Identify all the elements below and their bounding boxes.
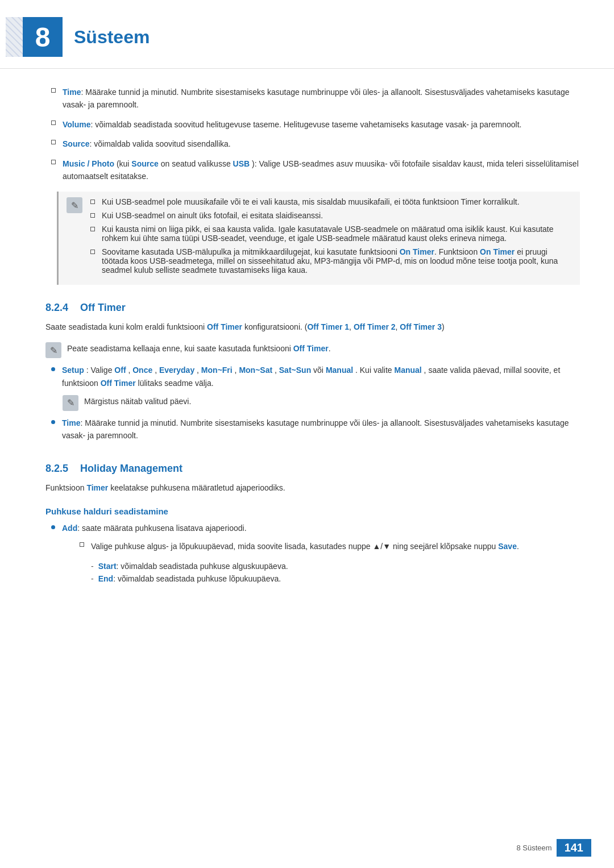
page-number: 141 [557,839,591,857]
note-icon-824: ✎ [45,342,61,358]
dash-icon: - [91,562,94,571]
usb-ref: USB [233,159,250,168]
start-text: Start: võimaldab seadistada puhkuse algu… [98,562,288,571]
add-sub-block: Valige puhkuse algus- ja lõpukuupäevad, … [74,540,580,583]
note-icon: ✎ [67,197,82,213]
chapter-number: 8 [35,22,51,53]
note-item-4: Soovitame kasutada USB-mälupulka ja mitm… [102,247,572,275]
volume-label: Volume [63,120,91,129]
note-box-1: ✎ Kui USB-seadmel pole muusikafaile või … [57,192,580,285]
time-text-824: Time: Määrake tunnid ja minutid. Numbrit… [62,417,580,442]
list-item-setup: Setup : Valige Off , Once , Everyday , M… [45,364,580,389]
item-music-photo-text: Music / Photo (kui Source on seatud vali… [63,157,580,183]
setup-list: Setup : Valige Off , Once , Everyday , M… [45,364,580,389]
note-item-1: Kui USB-seadmel pole muusikafaile või te… [102,197,520,206]
time-label: Time [63,88,81,97]
sub-heading-holiday: Puhkuse halduri seadistamine [45,506,580,516]
main-content: Time: Määrake tunnid ja minutid. Numbrit… [0,86,614,621]
source-ref: Source [131,159,158,168]
square-bullet-icon [80,542,84,547]
off-timer-ref: Off Timer [207,322,242,331]
note-icon-824b: ✎ [63,395,78,411]
chapter-title: Süsteem [74,27,150,48]
intro-list: Time: Määrake tunnid ja minutid. Numbrit… [45,86,580,182]
add-sub-text: Valige puhkuse algus- ja lõpukuupäevad, … [91,540,580,553]
list-item: Valige puhkuse algus- ja lõpukuupäevad, … [74,540,580,553]
dash-icon: - [91,574,94,583]
item-source-text: Source: võimaldab valida soovitud sisend… [63,138,580,150]
list-item: Kui kausta nimi on liiga pikk, ei saa ka… [88,225,572,243]
list-item: Time: Määrake tunnid ja minutid. Numbrit… [45,86,580,111]
section-824-heading: 8.2.4 Off Timer [45,302,580,314]
setup-text: Setup : Valige Off , Once , Everyday , M… [62,364,580,389]
section-825-heading: 8.2.5 Holiday Management [45,463,580,475]
chapter-number-box: 8 [23,17,63,57]
note-824b-text: Märgistus näitab valitud päevi. [84,395,580,408]
dash-list: - Start: võimaldab seadistada puhkuse al… [91,562,580,583]
source-label: Source [63,139,89,148]
square-bullet-icon [51,88,56,93]
list-item-start: - Start: võimaldab seadistada puhkuse al… [91,562,580,571]
list-item-add: Add: saate määrata puhkusena lisatava aj… [45,522,580,534]
chapter-header: 8 Süsteem [0,0,614,69]
add-list: Add: saate määrata puhkusena lisatava aj… [45,522,580,534]
dot-bullet-icon [51,367,55,371]
list-item: Kui USB-seadmel on ainult üks fotofail, … [88,211,572,220]
note-content-1: Kui USB-seadmel pole muusikafaile või te… [88,197,572,279]
footer-text: 8 Süsteem [516,844,551,852]
square-bullet-icon [51,140,56,144]
add-text: Add: saate määrata puhkusena lisatava aj… [62,522,580,534]
music-photo-label: Music / Photo [63,159,114,168]
add-sub-list: Valige puhkuse algus- ja lõpukuupäevad, … [74,540,580,553]
note-box-824b: ✎ Märgistus näitab valitud päevi. [63,395,580,411]
dot-bullet-icon [51,525,55,529]
section-824-intro: Saate seadistada kuni kolm eraldi funkts… [45,321,580,334]
list-item-time: Time: Määrake tunnid ja minutid. Numbrit… [45,417,580,442]
square-bullet-icon [51,121,56,125]
end-text: End: võimaldab seadistada puhkuse lõpuku… [98,574,281,583]
list-item: Kui USB-seadmel pole muusikafaile või te… [88,197,572,206]
square-bullet-icon [51,160,56,164]
note-sub-list: Kui USB-seadmel pole muusikafaile või te… [88,197,572,275]
square-bullet-icon [90,200,95,204]
list-item: Source: võimaldab valida soovitud sisend… [45,138,580,150]
note-item-2: Kui USB-seadmel on ainult üks fotofail, … [102,211,323,220]
page: 8 Süsteem Time: Määrake tunnid ja minuti… [0,0,614,868]
page-footer: 8 Süsteem 141 [516,839,591,857]
list-item: Music / Photo (kui Source on seatud vali… [45,157,580,183]
section-825-intro: Funktsioon Timer keelatakse puhkusena mä… [45,481,580,495]
note-box-824: ✎ Peate seadistama kellaaja enne, kui sa… [45,342,580,358]
item-time-text: Time: Määrake tunnid ja minutid. Numbrit… [63,86,580,111]
list-item-end: - End: võimaldab seadistada puhkuse lõpu… [91,574,580,583]
dot-bullet-icon [51,420,55,424]
square-bullet-icon [90,213,95,218]
item-volume-text: Volume: võimaldab seadistada soovitud he… [63,118,580,131]
time-list-824: Time: Määrake tunnid ja minutid. Numbrit… [45,417,580,442]
list-item: Soovitame kasutada USB-mälupulka ja mitm… [88,247,572,275]
list-item: Volume: võimaldab seadistada soovitud he… [45,118,580,131]
square-bullet-icon [90,227,95,231]
note-824-text: Peate seadistama kellaaja enne, kui saat… [67,342,580,355]
square-bullet-icon [90,250,95,254]
note-item-3: Kui kausta nimi on liiga pikk, ei saa ka… [102,225,572,243]
